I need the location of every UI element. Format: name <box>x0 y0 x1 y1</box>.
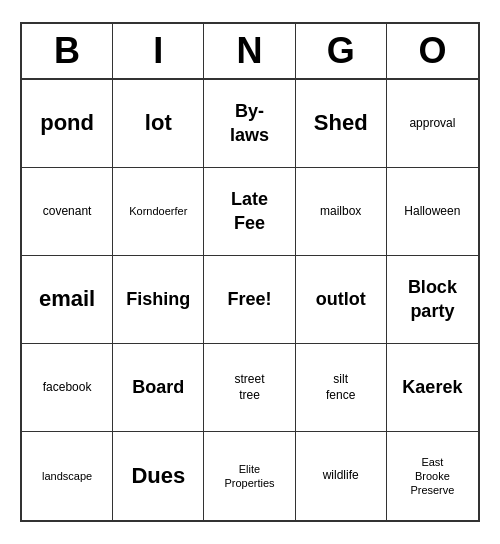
bingo-cell-5: covenant <box>22 168 113 256</box>
cell-text-6: Korndoerfer <box>129 204 187 218</box>
bingo-card: BINGO pondlotBy-lawsShedapprovalcovenant… <box>20 22 480 522</box>
bingo-cell-13: outlot <box>296 256 387 344</box>
bingo-cell-9: Halloween <box>387 168 478 256</box>
cell-text-22: EliteProperties <box>224 462 274 491</box>
bingo-cell-1: lot <box>113 80 204 168</box>
cell-text-5: covenant <box>43 204 92 220</box>
header-letter-N: N <box>204 24 295 78</box>
cell-text-7: LateFee <box>231 188 268 235</box>
bingo-cell-4: approval <box>387 80 478 168</box>
bingo-header: BINGO <box>22 24 478 80</box>
cell-text-4: approval <box>409 116 455 132</box>
bingo-cell-24: EastBrookePreserve <box>387 432 478 520</box>
bingo-cell-10: email <box>22 256 113 344</box>
cell-text-10: email <box>39 285 95 314</box>
bingo-cell-22: EliteProperties <box>204 432 295 520</box>
bingo-cell-7: LateFee <box>204 168 295 256</box>
cell-text-21: Dues <box>131 462 185 491</box>
cell-text-14: Blockparty <box>408 276 457 323</box>
bingo-cell-0: pond <box>22 80 113 168</box>
cell-text-8: mailbox <box>320 204 361 220</box>
bingo-cell-3: Shed <box>296 80 387 168</box>
header-letter-O: O <box>387 24 478 78</box>
cell-text-16: Board <box>132 376 184 399</box>
header-letter-G: G <box>296 24 387 78</box>
cell-text-0: pond <box>40 109 94 138</box>
bingo-grid: pondlotBy-lawsShedapprovalcovenantKorndo… <box>22 80 478 520</box>
bingo-cell-6: Korndoerfer <box>113 168 204 256</box>
bingo-cell-21: Dues <box>113 432 204 520</box>
cell-text-13: outlot <box>316 288 366 311</box>
bingo-cell-11: Fishing <box>113 256 204 344</box>
bingo-cell-19: Kaerek <box>387 344 478 432</box>
bingo-cell-8: mailbox <box>296 168 387 256</box>
cell-text-23: wildlife <box>323 468 359 484</box>
bingo-cell-2: By-laws <box>204 80 295 168</box>
bingo-cell-20: landscape <box>22 432 113 520</box>
bingo-cell-12: Free! <box>204 256 295 344</box>
bingo-cell-18: siltfence <box>296 344 387 432</box>
header-letter-I: I <box>113 24 204 78</box>
cell-text-3: Shed <box>314 109 368 138</box>
cell-text-20: landscape <box>42 469 92 483</box>
cell-text-9: Halloween <box>404 204 460 220</box>
bingo-cell-23: wildlife <box>296 432 387 520</box>
cell-text-17: streettree <box>234 372 264 403</box>
cell-text-2: By-laws <box>230 100 269 147</box>
bingo-cell-14: Blockparty <box>387 256 478 344</box>
bingo-cell-15: facebook <box>22 344 113 432</box>
header-letter-B: B <box>22 24 113 78</box>
cell-text-15: facebook <box>43 380 92 396</box>
cell-text-18: siltfence <box>326 372 355 403</box>
bingo-cell-17: streettree <box>204 344 295 432</box>
cell-text-1: lot <box>145 109 172 138</box>
cell-text-12: Free! <box>227 288 271 311</box>
cell-text-24: EastBrookePreserve <box>410 455 454 498</box>
cell-text-11: Fishing <box>126 288 190 311</box>
bingo-cell-16: Board <box>113 344 204 432</box>
cell-text-19: Kaerek <box>402 376 462 399</box>
